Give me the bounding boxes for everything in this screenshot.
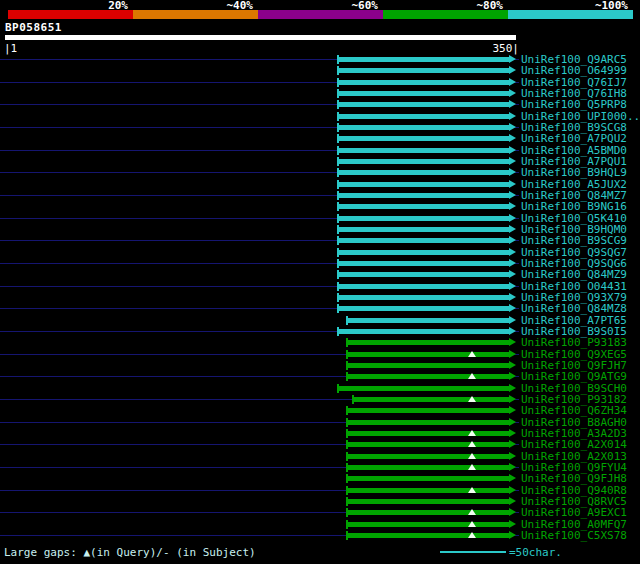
bar-arrowhead-icon — [509, 497, 516, 505]
bar-arrowhead-icon — [509, 508, 516, 516]
bar-arrowhead-icon — [509, 89, 516, 97]
identity-scale-bar — [8, 10, 633, 19]
hit-row: UniRef100_A7PQU2 — [0, 133, 640, 144]
hit-label[interactable]: UniRef100_A3A2D3 — [521, 428, 627, 439]
bar-arrowhead-icon — [509, 350, 516, 358]
hit-label[interactable]: UniRef100_B8AGH0 — [521, 417, 627, 428]
bar-start-tick — [346, 452, 348, 461]
bar-start-tick — [337, 55, 339, 64]
bar-arrowhead-icon — [509, 78, 516, 86]
hit-label[interactable]: UniRef100_Q76IJ7 — [521, 77, 627, 88]
bar-arrowhead-icon — [509, 66, 516, 74]
hit-row: UniRef100_Q940R8 — [0, 485, 640, 496]
hit-alignment-bar — [337, 57, 509, 62]
bar-start-tick — [337, 293, 339, 302]
hit-label[interactable]: UniRef100_A2X013 — [521, 451, 627, 462]
hit-label[interactable]: UniRef100_A7PQU2 — [521, 133, 627, 144]
hit-label[interactable]: UniRef100_B9SCG9 — [521, 235, 627, 246]
hit-alignment-bar — [337, 159, 509, 164]
hit-alignment-bar — [337, 80, 509, 85]
hit-alignment-bar — [346, 340, 509, 345]
bar-arrowhead-icon — [509, 146, 516, 154]
hit-row: UniRef100_Q9ATG9 — [0, 371, 640, 382]
hit-label[interactable]: UniRef100_Q84MZ9 — [521, 269, 627, 280]
hit-alignment-bar — [337, 68, 509, 73]
bar-arrowhead-icon — [509, 338, 516, 346]
hit-row: UniRef100_B9NG16 — [0, 201, 640, 212]
hit-row: UniRef100_Q84MZ9 — [0, 269, 640, 280]
hit-alignment-bar — [346, 408, 509, 413]
hit-label[interactable]: UniRef100_C5XS78 — [521, 530, 627, 541]
hit-label[interactable]: UniRef100_Q5PRP8 — [521, 99, 627, 110]
hit-label[interactable]: UniRef100_B9NG16 — [521, 201, 627, 212]
hit-alignment-bar — [337, 238, 509, 243]
hit-label[interactable]: UniRef100_Q6ZH34 — [521, 405, 627, 416]
hit-label[interactable]: UniRef100_UPI000... — [521, 111, 640, 122]
hit-label[interactable]: UniRef100_B9SCH0 — [521, 383, 627, 394]
scale-segment — [258, 10, 383, 19]
hit-alignment-bar — [346, 499, 509, 504]
bar-start-tick — [337, 157, 339, 166]
hit-alignment-bar — [337, 386, 509, 391]
hit-alignment-bar — [346, 510, 509, 515]
hit-label[interactable]: UniRef100_B9S0I5 — [521, 326, 627, 337]
hit-row: UniRef100_Q5K410 — [0, 213, 640, 224]
gap-marker-icon — [468, 487, 476, 493]
hit-label[interactable]: UniRef100_P93183 — [521, 337, 627, 348]
bar-start-tick — [337, 282, 339, 291]
hit-label[interactable]: UniRef100_A2X014 — [521, 439, 627, 450]
gap-marker-icon — [468, 441, 476, 447]
hit-alignment-bar — [352, 397, 509, 402]
hit-label[interactable]: UniRef100_Q84MZ8 — [521, 303, 627, 314]
gap-marker-icon — [468, 532, 476, 538]
query-bar — [5, 35, 516, 40]
hit-label[interactable]: UniRef100_B9HQL9 — [521, 167, 627, 178]
hit-row: UniRef100_Q9SQG7 — [0, 247, 640, 258]
hit-label[interactable]: UniRef100_A7PT65 — [521, 315, 627, 326]
bar-start-tick — [337, 100, 339, 109]
bar-arrowhead-icon — [509, 248, 516, 256]
hit-alignment-bar — [346, 465, 509, 470]
hit-alignment-bar — [337, 136, 509, 141]
bar-start-tick — [346, 474, 348, 483]
bar-start-tick — [346, 406, 348, 415]
identity-scale-labels: 20%~40%~60%~80%~100% — [8, 0, 633, 10]
hit-alignment-bar — [346, 352, 509, 357]
hit-row: UniRef100_A2X013 — [0, 451, 640, 462]
scale-segment — [133, 10, 258, 19]
bar-start-tick — [337, 123, 339, 132]
hit-label[interactable]: UniRef100_Q9SQG7 — [521, 247, 627, 258]
bar-arrowhead-icon — [509, 463, 516, 471]
hit-label[interactable]: UniRef100_A5JUX2 — [521, 179, 627, 190]
hit-label[interactable]: UniRef100_Q5K410 — [521, 213, 627, 224]
bar-arrowhead-icon — [509, 112, 516, 120]
hit-label[interactable]: UniRef100_Q9ATG9 — [521, 371, 627, 382]
bar-arrowhead-icon — [509, 474, 516, 482]
hit-row: UniRef100_Q9FJH8 — [0, 473, 640, 484]
hit-alignment-bar — [346, 533, 509, 538]
hit-label[interactable]: UniRef100_O64999 — [521, 65, 627, 76]
bar-start-tick — [337, 66, 339, 75]
hit-row: UniRef100_P93183 — [0, 337, 640, 348]
hit-alignment-bar — [346, 488, 509, 493]
hit-label[interactable]: UniRef100_A5BMD0 — [521, 145, 627, 156]
hit-row: UniRef100_B9SCH0 — [0, 383, 640, 394]
bar-start-tick — [346, 508, 348, 517]
hit-label[interactable]: UniRef100_Q9XEG5 — [521, 349, 627, 360]
hit-label[interactable]: UniRef100_A9EXC1 — [521, 507, 627, 518]
hit-alignment-bar — [346, 442, 509, 447]
bar-start-tick — [346, 531, 348, 540]
bar-start-tick — [337, 202, 339, 211]
hit-row: UniRef100_Q6ZH34 — [0, 405, 640, 416]
bar-arrowhead-icon — [509, 157, 516, 165]
hit-alignment-bar — [337, 216, 509, 221]
gap-marker-icon — [468, 464, 476, 470]
hit-label[interactable]: UniRef100_Q940R8 — [521, 485, 627, 496]
hit-label[interactable]: UniRef100_A0MFQ7 — [521, 519, 627, 530]
hit-row: UniRef100_O04431 — [0, 281, 640, 292]
hit-row: UniRef100_C5XS78 — [0, 530, 640, 541]
bar-arrowhead-icon — [509, 55, 516, 63]
hit-label[interactable]: UniRef100_O04431 — [521, 281, 627, 292]
bar-arrowhead-icon — [509, 180, 516, 188]
hit-label[interactable]: UniRef100_Q9FJH8 — [521, 473, 627, 484]
